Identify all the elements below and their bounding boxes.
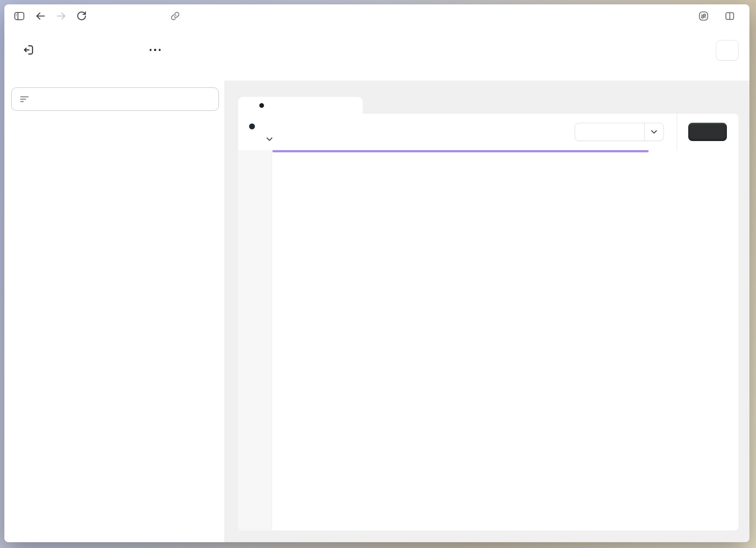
format-options-toggle[interactable]	[644, 123, 664, 141]
chevron-down-icon	[266, 136, 273, 142]
exit-icon[interactable]	[19, 40, 38, 59]
preview-store-button[interactable]	[716, 40, 739, 60]
code-editor[interactable]	[238, 150, 739, 531]
format-liquid-button[interactable]	[575, 123, 664, 141]
back-icon[interactable]	[35, 10, 46, 22]
changes-dot	[249, 124, 255, 129]
toolbar-divider	[677, 114, 677, 150]
sidebar-toggle-icon[interactable]	[14, 11, 25, 21]
link-icon	[170, 11, 180, 21]
overflow-menu-icon[interactable]	[145, 40, 165, 59]
forward-icon[interactable]	[55, 10, 67, 22]
file-filter-input[interactable]	[11, 87, 219, 111]
file-sidebar	[4, 81, 225, 542]
format-liquid-label	[575, 123, 644, 141]
editor-toolbar	[238, 114, 739, 150]
toggles-icon[interactable]	[698, 10, 709, 22]
reload-icon[interactable]	[76, 10, 87, 22]
browser-toolbar	[4, 4, 749, 28]
editor-card	[238, 114, 739, 531]
save-button[interactable]	[688, 123, 727, 141]
version-selector[interactable]	[261, 136, 273, 142]
filter-icon	[19, 94, 30, 105]
chevron-down-icon	[650, 129, 658, 135]
app-header	[4, 27, 749, 81]
tab-theme-liquid[interactable]	[238, 97, 363, 114]
annotation-highlight-box	[272, 150, 649, 152]
browser-window	[4, 4, 749, 542]
desktop	[0, 0, 756, 548]
split-view-icon[interactable]	[724, 10, 736, 22]
line-number-gutter	[238, 150, 272, 531]
unsaved-dot	[259, 103, 264, 108]
editor-main	[225, 81, 749, 542]
